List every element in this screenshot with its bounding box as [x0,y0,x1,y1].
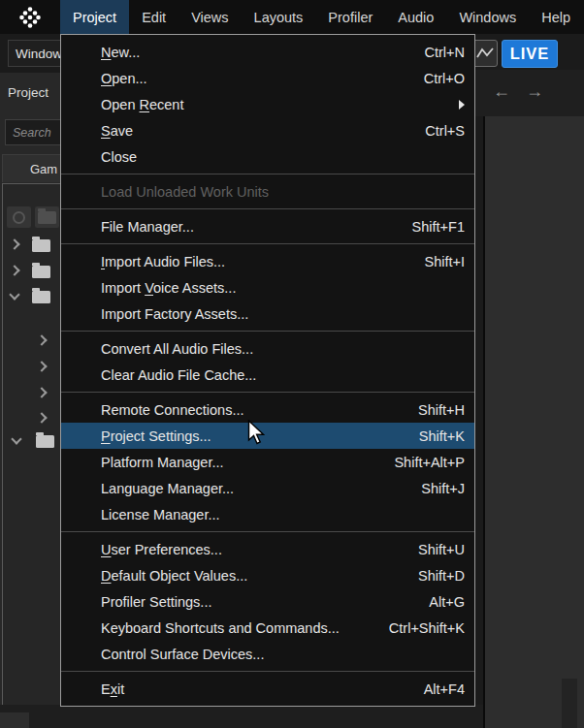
folder-icon[interactable] [32,239,50,252]
menu-item-import-factory-assets[interactable]: Import Factory Assets... [61,301,474,327]
work-unit-button[interactable] [7,206,31,228]
menubar-item-audio[interactable]: Audio [385,0,446,34]
menu-item-control-surface-devices[interactable]: Control Surface Devices... [61,641,474,667]
menu-separator [61,671,474,672]
menu-separator [61,531,474,532]
panel-title: Project [8,85,49,100]
platform-selector[interactable]: Window [8,40,66,67]
menu-item-default-object-values[interactable]: Default Object Values... Shift+D [61,562,474,588]
menu-item-import-voice-assets[interactable]: Import Voice Assets... [61,274,474,301]
menu-item-license-manager[interactable]: License Manager... [61,501,474,527]
menu-item-exit[interactable]: Exit Alt+F4 [61,676,474,702]
editor-panel [483,116,584,728]
waveform-icon [476,47,494,60]
physical-folder-button[interactable] [35,206,59,228]
folder-icon [38,211,56,224]
menu-separator [61,174,474,174]
navigation-band: ← → [475,70,584,116]
tab-label: Gam [30,162,57,176]
menubar-item-help[interactable]: Help [529,0,583,34]
menu-item-keyboard-shortcuts[interactable]: Keyboard Shortcuts and Commands... Ctrl+… [61,615,474,641]
live-button[interactable]: LIVE [502,40,558,68]
menubar-item-windows[interactable]: Windows [446,0,529,34]
menubar-item-edit[interactable]: Edit [129,0,178,34]
menubar: Project Edit Views Layouts Profiler Audi… [0,0,584,34]
menu-item-remote-connections[interactable]: Remote Connections... Shift+H [61,396,474,423]
menu-item-save[interactable]: Save Ctrl+S [61,117,474,143]
menu-item-open[interactable]: Open... Ctrl+O [61,65,474,91]
menu-item-profiler-settings[interactable]: Profiler Settings... Alt+G [61,588,474,615]
mouse-cursor [247,420,266,450]
back-arrow-icon[interactable]: ← [493,81,510,102]
folder-icon[interactable] [32,291,50,303]
wwise-logo-icon [16,4,44,31]
menu-item-platform-manager[interactable]: Platform Manager... Shift+Alt+P [61,449,474,475]
live-button-label: LIVE [510,45,550,63]
menu-separator [61,331,474,332]
menubar-item-views[interactable]: Views [178,0,241,34]
work-unit-icon [13,211,25,224]
app-logo[interactable] [0,0,60,34]
forward-arrow-icon[interactable]: → [526,81,543,102]
menubar-item-project[interactable]: Project [60,0,129,34]
menu-item-open-recent[interactable]: Open Recent [61,91,474,117]
menu-item-new[interactable]: New... Ctrl+N [61,39,474,65]
menu-item-project-settings[interactable]: Project Settings... Shift+K [61,423,474,449]
menu-item-import-audio-files[interactable]: Import Audio Files... Shift+I [61,248,474,274]
menu-separator [61,243,474,244]
menu-separator [61,392,474,393]
folder-icon[interactable] [36,435,54,448]
scrollbar-gutter[interactable] [562,679,577,728]
tree-toolbar [7,206,59,228]
menu-item-close[interactable]: Close [61,143,474,170]
project-menu: New... Ctrl+N Open... Ctrl+O Open Recent… [60,34,475,707]
menu-item-user-preferences[interactable]: User Preferences... Shift+U [61,536,474,562]
menu-item-clear-audio-file-cache[interactable]: Clear Audio File Cache... [61,362,474,388]
menu-separator [61,208,474,209]
menu-item-language-manager[interactable]: Language Manager... Shift+J [61,475,474,501]
menubar-item-profiler[interactable]: Profiler [315,0,385,34]
platform-selector-label: Window [16,47,62,61]
submenu-arrow-icon [459,100,465,110]
folder-icon[interactable] [32,266,50,278]
menubar-item-layouts[interactable]: Layouts [242,0,316,34]
menu-item-load-unloaded-work-units: Load Unloaded Work Units [61,178,474,205]
menu-item-convert-all-audio-files[interactable]: Convert All Audio Files... [61,335,474,362]
status-block [0,712,29,728]
menu-item-file-manager[interactable]: File Manager... Shift+F1 [61,213,474,239]
capture-button[interactable] [472,40,498,67]
